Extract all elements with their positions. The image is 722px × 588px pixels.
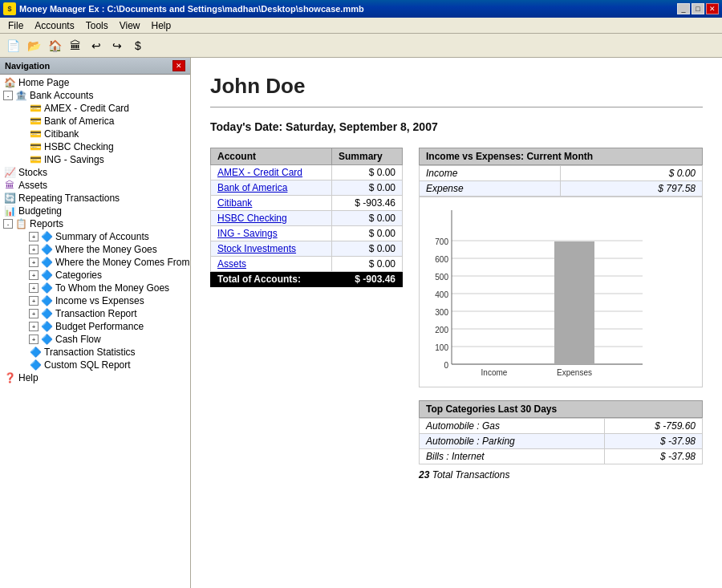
expand-categories-icon[interactable]: + — [29, 270, 39, 280]
tc-amount: $ -759.60 — [604, 419, 702, 434]
sidebar-item-ing[interactable]: 💳 ING - Savings — [0, 153, 190, 166]
account-link[interactable]: Stock Investments — [211, 241, 332, 257]
sidebar-item-bank-accounts[interactable]: - 🏦 Bank Accounts — [0, 89, 190, 102]
ie-row: Expense$ 797.58 — [420, 181, 703, 197]
table-row: Bank of America$ 0.00 — [211, 180, 403, 196]
menu-bar: File Accounts Tools View Help — [0, 18, 722, 34]
title-bar-left: $ Money Manager Ex : C:\Documents and Se… — [3, 2, 364, 15]
help-icon: ❓ — [3, 372, 16, 383]
summary-icon: 🔷 — [40, 231, 53, 242]
menu-tools[interactable]: Tools — [81, 18, 113, 33]
sidebar-item-bofa[interactable]: 💳 Bank of America — [0, 115, 190, 128]
account-amount: $ 0.00 — [331, 241, 402, 257]
sidebar-item-to-whom[interactable]: + 🔷 To Whom the Money Goes — [0, 282, 190, 294]
account-link[interactable]: HSBC Checking — [211, 211, 332, 226]
table-row: Citibank$ -903.46 — [211, 196, 403, 211]
accounts-total-row: Total of Accounts: $ -903.46 — [211, 272, 403, 287]
sidebar-item-budget-perf[interactable]: + 🔷 Budget Performance — [0, 320, 190, 333]
expand-reports-icon[interactable]: - — [3, 219, 13, 229]
citibank-icon: 💳 — [29, 128, 42, 140]
sidebar-item-hsbc-label: HSBC Checking — [44, 141, 114, 152]
account-link[interactable]: Bank of America — [211, 180, 332, 196]
account-amount: $ 0.00 — [331, 180, 402, 196]
menu-accounts[interactable]: Accounts — [30, 18, 79, 33]
expand-where-icon[interactable]: + — [29, 245, 39, 254]
ie-title: Income vs Expenses: Current Month — [419, 148, 703, 165]
reports-icon: 📋 — [14, 218, 27, 229]
bank-icon: 🏦 — [14, 90, 27, 101]
sidebar-item-cashflow[interactable]: + 🔷 Cash Flow — [0, 333, 190, 346]
account-amount: $ 0.00 — [331, 226, 402, 241]
toolbar-open[interactable]: 📂 — [24, 36, 43, 55]
sidebar-item-home[interactable]: 🏠 Home Page — [0, 76, 190, 89]
expand-summary-icon[interactable]: + — [29, 232, 39, 241]
account-link[interactable]: Citibank — [211, 196, 332, 211]
sidebar-item-amex[interactable]: 💳 AMEX - Credit Card — [0, 102, 190, 115]
sidebar-item-citibank-label: Citibank — [44, 128, 79, 140]
sidebar-item-income-vs[interactable]: + 🔷 Income vs Expenses — [0, 294, 190, 307]
sidebar-item-stocks[interactable]: 📈 Stocks — [0, 166, 190, 179]
sidebar-item-categories[interactable]: + 🔷 Categories — [0, 269, 190, 282]
table-row: Stock Investments$ 0.00 — [211, 241, 403, 257]
user-title: John Doe — [210, 74, 703, 99]
minimize-button[interactable]: _ — [677, 3, 690, 14]
menu-file[interactable]: File — [3, 18, 28, 33]
toolbar-redo[interactable]: ↪ — [107, 36, 127, 55]
income-expense-chart: 0 100 200 300 400 500 600 700 — [426, 204, 651, 380]
sidebar-item-hsbc[interactable]: 💳 HSBC Checking — [0, 140, 190, 153]
sidebar-item-categories-label: Categories — [55, 270, 102, 281]
categories-icon: 🔷 — [40, 270, 53, 281]
assets-icon: 🏛 — [3, 180, 16, 191]
expand-cashflow-icon[interactable]: + — [29, 335, 39, 344]
expand-incomevs-icon[interactable]: + — [29, 296, 39, 306]
sidebar-item-assets[interactable]: 🏛 Assets — [0, 179, 190, 192]
table-row: ING - Savings$ 0.00 — [211, 226, 403, 241]
sidebar-item-tx-stats[interactable]: 🔷 Transaction Statistics — [0, 346, 190, 359]
sidebar-item-help[interactable]: ❓ Help — [0, 371, 190, 384]
toolbar-money[interactable]: $ — [128, 36, 148, 55]
table-row: HSBC Checking$ 0.00 — [211, 211, 403, 226]
expand-txreport-icon[interactable]: + — [29, 309, 39, 318]
sidebar-item-summary[interactable]: + 🔷 Summary of Accounts — [0, 230, 190, 243]
amex-icon: 💳 — [29, 103, 42, 114]
maximize-button[interactable]: □ — [692, 3, 704, 14]
expand-towhom-icon[interactable]: + — [29, 283, 39, 293]
accounts-section: Account Summary AMEX - Credit Card$ 0.00… — [210, 148, 403, 287]
toolbar-home[interactable]: 🏠 — [45, 36, 64, 55]
menu-help[interactable]: Help — [147, 18, 176, 33]
account-amount: $ 0.00 — [331, 257, 402, 272]
nav-header: Navigation ✕ — [0, 58, 190, 75]
close-button[interactable]: ✕ — [706, 3, 719, 14]
app-icon: $ — [3, 2, 16, 15]
cashflow-icon: 🔷 — [40, 334, 53, 345]
toolbar-undo[interactable]: ↩ — [87, 36, 106, 55]
sidebar-item-tx-stats-label: Transaction Statistics — [44, 347, 136, 358]
menu-view[interactable]: View — [115, 18, 145, 33]
account-link[interactable]: Assets — [211, 257, 332, 272]
budget-perf-icon: 🔷 — [40, 321, 53, 332]
table-row: AMEX - Credit Card$ 0.00 — [211, 165, 403, 180]
sidebar-item-custom-sql[interactable]: 🔷 Custom SQL Report — [0, 359, 190, 371]
account-link[interactable]: AMEX - Credit Card — [211, 165, 332, 180]
sidebar-item-money-comes[interactable]: + 🔷 Where the Money Comes From — [0, 256, 190, 269]
sidebar-item-budgeting[interactable]: 📊 Budgeting — [0, 205, 190, 217]
expand-comes-icon[interactable]: + — [29, 258, 39, 267]
toolbar-new[interactable]: 📄 — [3, 36, 22, 55]
income-expense-section: Income vs Expenses: Current Month Income… — [419, 148, 703, 387]
nav-close-button[interactable]: ✕ — [172, 60, 185, 71]
sidebar-item-where-money[interactable]: + 🔷 Where the Money Goes — [0, 243, 190, 256]
account-link[interactable]: ING - Savings — [211, 226, 332, 241]
svg-text:400: 400 — [435, 290, 448, 299]
sidebar-item-reports[interactable]: - 📋 Reports — [0, 217, 190, 230]
expand-bank-icon[interactable]: - — [3, 91, 13, 100]
accounts-col-account: Account — [211, 148, 332, 165]
sidebar-item-transaction-report[interactable]: + 🔷 Transaction Report — [0, 307, 190, 320]
sidebar-item-repeating[interactable]: 🔄 Repeating Transactions — [0, 192, 190, 205]
toolbar-bank[interactable]: 🏛 — [66, 36, 85, 55]
expenses-bar — [554, 241, 594, 364]
today-date: Today's Date: Saturday, September 8, 200… — [210, 120, 703, 133]
expand-budgetperf-icon[interactable]: + — [29, 322, 39, 331]
sidebar-item-cashflow-label: Cash Flow — [55, 334, 101, 345]
sidebar-item-transaction-report-label: Transaction Report — [55, 308, 137, 319]
sidebar-item-citibank[interactable]: 💳 Citibank — [0, 128, 190, 140]
